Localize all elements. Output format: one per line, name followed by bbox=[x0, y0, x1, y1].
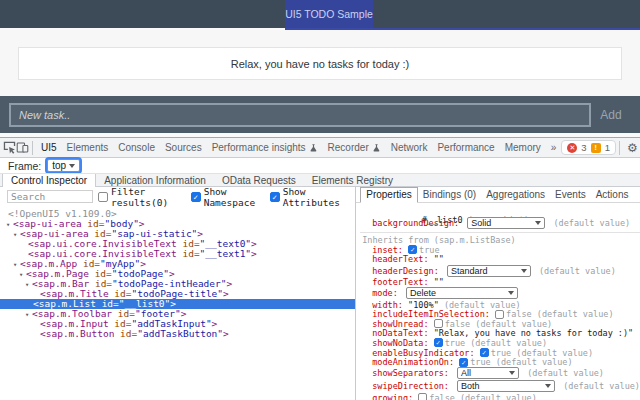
inspector-tab-aggregations[interactable]: Aggregations bbox=[481, 188, 550, 202]
property-inset: inset: ✓true bbox=[360, 245, 640, 255]
search-input[interactable] bbox=[7, 190, 93, 203]
filter-results-checkbox[interactable] bbox=[98, 192, 108, 202]
default-note: (default value) bbox=[465, 338, 547, 348]
inspect-element-icon[interactable] bbox=[3, 139, 16, 157]
default-note: (default value) bbox=[558, 381, 640, 391]
show-namespace-option[interactable]: ✓ Show Namespace bbox=[191, 186, 265, 208]
property-select-mode[interactable]: Delete bbox=[406, 287, 518, 299]
devtools-tab-performance[interactable]: Performance bbox=[432, 138, 499, 158]
panel-tab-elements-registry[interactable]: Elements Registry bbox=[304, 174, 401, 186]
dropdown-caret-icon bbox=[535, 221, 541, 225]
inspector-tab-properties[interactable]: Properties bbox=[360, 187, 418, 203]
devtools-tab-recorder[interactable]: Recorder bbox=[323, 138, 386, 158]
dropdown-caret-icon bbox=[545, 384, 551, 388]
property-noDataText: noDataText: "Relax, you have no tasks fo… bbox=[360, 329, 640, 339]
filter-results-label: Filter results(0) bbox=[111, 186, 186, 208]
property-value: false bbox=[429, 393, 455, 400]
property-name: growing: bbox=[372, 393, 418, 400]
devtools-tab-network[interactable]: Network bbox=[386, 138, 433, 158]
property-value: true bbox=[419, 245, 439, 255]
property-select-headerDesign[interactable]: Standard bbox=[447, 265, 531, 277]
filter-results-option[interactable]: Filter results(0) bbox=[98, 186, 186, 208]
more-tabs-chevron[interactable]: » bbox=[546, 138, 562, 158]
panel-tab-control-inspector[interactable]: Control Inspector bbox=[2, 174, 96, 187]
issues-badge[interactable]: ✕ 3 ! 1 bbox=[561, 140, 616, 155]
property-name: modeAnimationOn: bbox=[372, 357, 459, 367]
property-checkbox-growing[interactable] bbox=[418, 393, 427, 400]
settings-gear-icon[interactable]: ⚙ bbox=[623, 141, 640, 155]
property-backgroundDesign: backgroundDesign: Solid (default value) bbox=[360, 216, 640, 229]
property-checkbox-inset[interactable]: ✓ bbox=[408, 245, 417, 254]
panel-tab-odata-requests[interactable]: OData Requests bbox=[214, 174, 304, 186]
attr-value: "__text1" bbox=[200, 248, 251, 259]
show-attributes-label: Show Attributes bbox=[283, 186, 349, 208]
devtools-tab-elements[interactable]: Elements bbox=[62, 138, 114, 158]
show-attributes-option[interactable]: ✓ Show Attributes bbox=[270, 186, 349, 208]
devtools-tab-label: Performance bbox=[437, 142, 494, 153]
property-checkbox-enableBusyIndicator[interactable]: ✓ bbox=[480, 348, 489, 357]
property-checkbox-showUnread[interactable] bbox=[434, 319, 443, 328]
tag-close: > bbox=[251, 248, 257, 259]
property-name: headerDesign: bbox=[372, 266, 444, 276]
property-value: true bbox=[445, 338, 465, 348]
devtools-tab-performance-insights[interactable]: Performance insights bbox=[207, 138, 323, 158]
property-select-backgroundDesign[interactable]: Solid bbox=[467, 217, 545, 229]
inspector-tab-actions[interactable]: Actions bbox=[591, 188, 634, 202]
expand-arrow-icon[interactable]: ▾ bbox=[13, 230, 20, 240]
inspector-tab-events[interactable]: Events bbox=[550, 188, 591, 202]
attr-value: "addTaskButton" bbox=[137, 328, 223, 339]
inherited-properties-list: inset: ✓trueheaderText: ""headerDesign: … bbox=[360, 245, 640, 400]
device-toolbar-icon[interactable] bbox=[16, 139, 29, 157]
devtools-tab-label: Recorder bbox=[328, 142, 369, 153]
property-name: showUnread: bbox=[372, 319, 433, 329]
property-name: enableBusyIndicator: bbox=[372, 348, 479, 358]
devtools-panel: UI5ElementsConsoleSourcesPerformance ins… bbox=[0, 137, 640, 400]
frame-select[interactable]: top bbox=[47, 159, 80, 172]
property-swipeDirection: swipeDirection: Both (default value) bbox=[360, 380, 640, 393]
tree-filter-bar: Filter results(0) ✓ Show Namespace ✓ Sho… bbox=[0, 187, 355, 206]
property-select-showSeparators[interactable]: All bbox=[457, 367, 519, 379]
expand-arrow-icon[interactable]: ▾ bbox=[6, 220, 13, 230]
error-icon: ✕ bbox=[567, 143, 577, 153]
devtools-tab-label: Elements bbox=[67, 142, 109, 153]
attr-name: id= bbox=[177, 248, 200, 259]
property-checkbox-includeItemInSelection[interactable] bbox=[495, 310, 504, 319]
add-task-button[interactable]: Add bbox=[591, 108, 631, 122]
property-showNoData: showNoData: ✓true (default value) bbox=[360, 338, 640, 348]
property-checkbox-showNoData[interactable]: ✓ bbox=[434, 338, 443, 347]
default-note: (default value) bbox=[491, 357, 573, 367]
property-name: inset: bbox=[372, 245, 408, 255]
devtools-tab-sources[interactable]: Sources bbox=[160, 138, 207, 158]
inspector-tab-bindings-0-[interactable]: Bindings (0) bbox=[418, 188, 481, 202]
expand-arrow-icon[interactable]: ▾ bbox=[25, 280, 32, 290]
property-name: includeItemInSelection: bbox=[372, 309, 495, 319]
frame-label: Frame: bbox=[8, 160, 41, 172]
expand-arrow-icon[interactable]: ▾ bbox=[25, 310, 32, 320]
property-modeAnimationOn: modeAnimationOn: ✓true (default value) bbox=[360, 357, 640, 367]
object-inspector-pane: PropertiesBindings (0)AggregationsEvents… bbox=[356, 187, 640, 400]
property-checkbox-modeAnimationOn[interactable]: ✓ bbox=[459, 358, 468, 367]
devtools-tab-memory[interactable]: Memory bbox=[500, 138, 546, 158]
selected-control-ref: #__list0 (sap.m.List) bbox=[360, 205, 640, 216]
control-tree: <!OpenUI5 v1.109.0>▾<sap-ui-area id="bod… bbox=[0, 206, 355, 400]
inspector-content: #__list0 (sap.m.List) backgroundDesign: … bbox=[356, 203, 640, 400]
show-attributes-checkbox[interactable]: ✓ bbox=[270, 192, 280, 202]
devtools-tab-label: Sources bbox=[165, 142, 202, 153]
default-note: (default value) bbox=[522, 368, 604, 378]
selected-value: Delete bbox=[410, 288, 436, 298]
flask-icon bbox=[372, 143, 381, 152]
property-select-swipeDirection[interactable]: Both bbox=[457, 380, 555, 392]
devtools-tab-console[interactable]: Console bbox=[113, 138, 160, 158]
error-count: 3 bbox=[581, 142, 586, 153]
show-namespace-checkbox[interactable]: ✓ bbox=[191, 192, 201, 202]
property-value: true bbox=[470, 357, 490, 367]
tag-open: <sap.m.Button bbox=[40, 328, 114, 339]
panel-tab-application-information[interactable]: Application Information bbox=[96, 174, 214, 186]
devtools-tab-ui5[interactable]: UI5 bbox=[36, 138, 62, 158]
default-note: (default value) bbox=[470, 319, 552, 329]
browser-tab[interactable]: UI5 TODO Sample bbox=[285, 0, 373, 28]
new-task-input[interactable] bbox=[9, 103, 591, 127]
tree-node-addtaskbutton[interactable]: <sap.m.Button id="addTaskButton"> bbox=[0, 329, 355, 339]
selected-value: Standard bbox=[451, 266, 488, 276]
tag-close: > bbox=[223, 288, 229, 299]
